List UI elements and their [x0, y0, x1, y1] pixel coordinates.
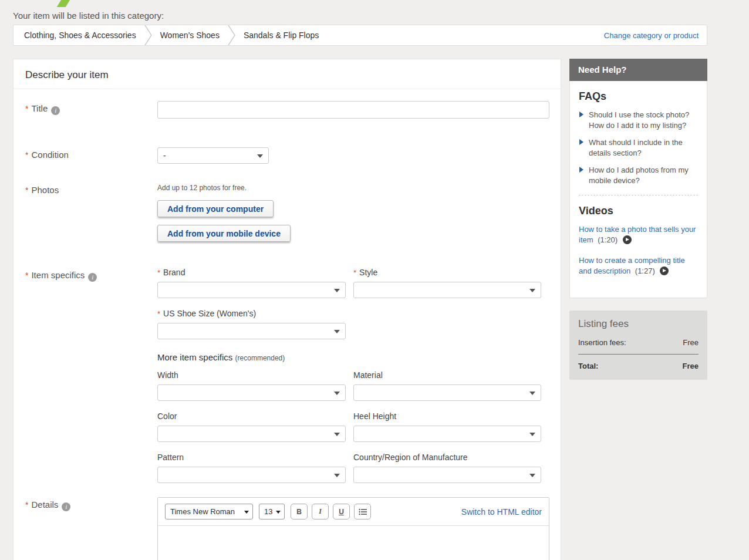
item-specifics-grid: *Brand *Style — [157, 268, 549, 494]
add-from-computer-button[interactable]: Add from your computer — [157, 200, 274, 217]
underline-button[interactable]: U — [333, 504, 350, 519]
info-icon[interactable]: i — [62, 502, 70, 511]
font-size-select[interactable]: 13 — [259, 504, 285, 519]
chevron-down-icon — [529, 392, 535, 395]
describe-item-panel: Describe your item *Titlei *Condition — [13, 59, 561, 560]
video-link[interactable]: How to create a compelling title and des… — [579, 255, 698, 276]
info-icon[interactable]: i — [88, 273, 97, 282]
country-label: Country/Region of Manufacture — [353, 453, 541, 462]
brand-select[interactable] — [157, 282, 346, 298]
condition-selected-value: - — [163, 151, 166, 160]
change-category-link[interactable]: Change category or product — [604, 31, 699, 40]
bold-button[interactable]: B — [291, 504, 308, 519]
heel-height-field: Heel Height — [353, 411, 541, 442]
chevron-down-icon — [334, 330, 340, 333]
play-icon[interactable] — [660, 266, 669, 275]
chevron-down-icon — [334, 392, 340, 395]
bullet-list-button[interactable] — [354, 504, 371, 519]
shoe-size-field: *US Shoe Size (Women's) — [157, 309, 346, 339]
brand-field: *Brand — [157, 268, 346, 298]
arrow-right-icon — [579, 167, 583, 173]
total-fees-row: Total: Free — [578, 362, 699, 370]
condition-row: *Condition - — [25, 147, 549, 164]
material-label: Material — [353, 370, 541, 380]
required-asterisk: * — [25, 150, 28, 160]
title-input[interactable] — [157, 101, 549, 119]
divider — [578, 354, 699, 355]
width-field: Width — [157, 370, 346, 401]
details-editor: Times New Roman 13 B I U — [157, 497, 549, 560]
add-from-mobile-button[interactable]: Add from your mobile device — [157, 225, 291, 242]
switch-html-editor-link[interactable]: Switch to HTML editor — [461, 507, 542, 517]
listing-fees-title: Listing fees — [578, 318, 699, 330]
photos-note: Add up to 12 photos for free. — [157, 184, 549, 192]
italic-button[interactable]: I — [312, 504, 329, 519]
faq-item[interactable]: Should I use the stock photo? How do I a… — [579, 110, 698, 130]
divider — [579, 195, 698, 195]
material-select[interactable] — [353, 384, 541, 401]
arrow-right-icon — [579, 112, 583, 117]
chevron-down-icon — [334, 474, 340, 477]
total-label: Total: — [578, 362, 598, 370]
content-row: Describe your item *Titlei *Condition — [13, 59, 707, 560]
pattern-select[interactable] — [157, 467, 346, 483]
page-root: Your item will be listed in this categor… — [0, 0, 707, 560]
shoe-size-label: *US Shoe Size (Women's) — [157, 309, 346, 318]
category-note: Your item will be listed in this categor… — [13, 11, 707, 21]
item-specifics-label: Item specifics — [31, 270, 85, 280]
pattern-field: Pattern — [157, 453, 346, 483]
faq-item[interactable]: How do I add photos from my mobile devic… — [579, 165, 698, 185]
details-label: Details — [31, 500, 58, 510]
width-label: Width — [157, 370, 346, 380]
required-asterisk: * — [25, 500, 28, 510]
chevron-down-icon — [529, 289, 535, 292]
condition-label: Condition — [31, 150, 68, 160]
chevron-down-icon — [334, 289, 340, 292]
breadcrumb-chevron-icon — [228, 25, 235, 46]
panel-body: *Titlei *Condition - — [14, 89, 561, 560]
condition-select[interactable]: - — [157, 147, 269, 164]
photos-label: Photos — [31, 185, 59, 195]
need-help-header: Need Help? — [569, 59, 707, 81]
brand-label: *Brand — [157, 268, 346, 277]
breadcrumb-item-category3[interactable]: Sandals & Flip Flops — [241, 31, 321, 40]
details-label-group: *Detailsi — [25, 497, 157, 511]
video-link[interactable]: How to take a photo that sells your item… — [579, 224, 698, 245]
chevron-down-icon — [334, 433, 340, 436]
play-icon[interactable] — [623, 235, 632, 244]
required-asterisk: * — [25, 185, 28, 195]
style-select[interactable] — [353, 282, 541, 298]
style-label: *Style — [353, 268, 541, 277]
breadcrumb-item-category2[interactable]: Women's Shoes — [158, 31, 222, 40]
help-sidebar: Need Help? FAQs Should I use the stock p… — [569, 59, 707, 380]
chevron-down-icon — [257, 154, 263, 158]
details-text-area[interactable] — [158, 526, 549, 560]
photos-row: *Photos Add up to 12 photos for free. Ad… — [25, 183, 549, 249]
chevron-down-icon — [529, 474, 535, 477]
shoe-size-select[interactable] — [157, 323, 346, 339]
faq-item[interactable]: What should I include in the details sec… — [579, 137, 698, 158]
font-family-select[interactable]: Times New Roman — [165, 504, 253, 519]
country-select[interactable] — [353, 467, 541, 483]
required-asterisk: * — [25, 271, 28, 280]
panel-title: Describe your item — [14, 59, 561, 89]
breadcrumb-item-category1[interactable]: Clothing, Shoes & Accessories — [22, 31, 139, 40]
details-row: *Detailsi Times New Roman 13 — [25, 497, 549, 560]
info-icon[interactable]: i — [51, 106, 60, 115]
item-specifics-row: *Item specificsi *Brand — [25, 268, 549, 494]
width-select[interactable] — [157, 384, 346, 401]
required-asterisk: * — [157, 268, 160, 277]
title-label: Title — [31, 103, 48, 113]
videos-heading: Videos — [579, 205, 698, 217]
chevron-down-icon — [529, 433, 535, 436]
chevron-down-icon — [276, 511, 281, 514]
insertion-fees-value: Free — [683, 338, 699, 347]
color-select[interactable] — [157, 426, 346, 442]
arrow-right-icon — [579, 139, 583, 145]
color-field: Color — [157, 411, 346, 442]
listing-fees-box: Listing fees Insertion fees: Free Total:… — [569, 311, 707, 380]
required-asterisk: * — [25, 104, 28, 113]
heel-height-select[interactable] — [353, 426, 541, 442]
insertion-fees-row: Insertion fees: Free — [578, 338, 699, 347]
color-label: Color — [157, 411, 346, 421]
